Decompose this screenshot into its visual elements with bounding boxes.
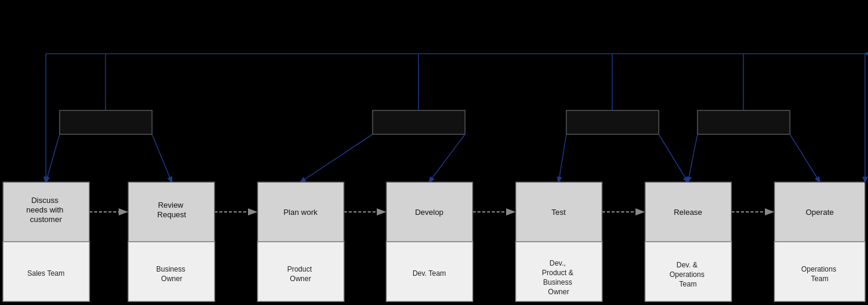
svg-rect-3 <box>60 110 152 134</box>
svg-line-15 <box>429 134 465 182</box>
svg-text:Dev. Team: Dev. Team <box>413 269 446 278</box>
svg-text:Sales Team: Sales Team <box>27 269 64 278</box>
svg-line-14 <box>300 134 373 182</box>
diagram-container: Discuss needs with customer Sales Team R… <box>0 0 868 305</box>
svg-text:Develop: Develop <box>415 208 444 217</box>
diagram-svg: Discuss needs with customer Sales Team R… <box>0 0 868 305</box>
svg-line-12 <box>46 134 60 182</box>
svg-rect-6 <box>698 110 790 134</box>
svg-text:Plan work: Plan work <box>283 208 318 217</box>
svg-line-16 <box>559 134 566 182</box>
svg-text:Operate: Operate <box>806 208 834 217</box>
svg-text:Test: Test <box>551 208 566 217</box>
svg-line-19 <box>790 134 820 182</box>
svg-rect-4 <box>373 110 465 134</box>
svg-line-17 <box>659 134 688 182</box>
svg-text:Discuss
      needs with
     : Discuss needs with customer <box>26 196 66 224</box>
svg-line-13 <box>152 134 172 182</box>
svg-text:Release: Release <box>674 208 702 217</box>
svg-rect-5 <box>566 110 659 134</box>
svg-line-18 <box>688 134 698 182</box>
svg-text:Review
      Request: Review Request <box>157 201 187 219</box>
